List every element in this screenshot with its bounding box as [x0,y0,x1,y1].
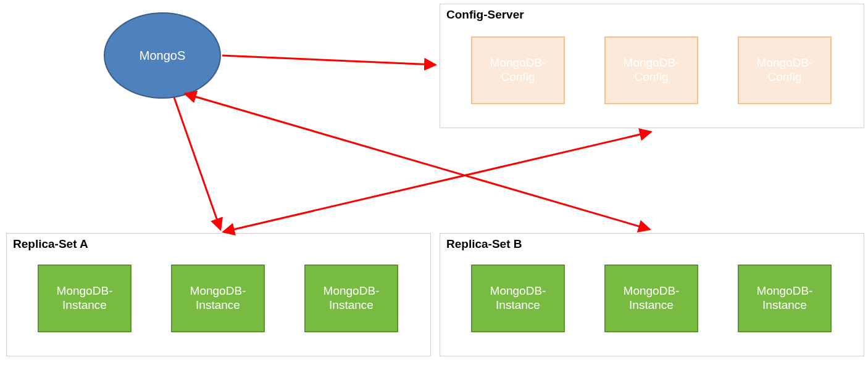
replica-node-label: MongoDB- Instance [57,284,113,313]
config-node-label: MongoDB- Config [757,56,813,84]
arrow-replica-a-to-config [223,132,651,232]
config-node: MongoDB- Config [471,36,565,104]
config-server-container: Config-Server MongoDB- Config MongoDB- C… [440,4,864,128]
replica-node-label: MongoDB- Instance [757,284,813,313]
mongos-router: MongoS [104,12,221,99]
arrow-mongos-to-config [222,55,435,65]
replica-node-label: MongoDB- Instance [624,284,680,313]
replica-set-b-container: Replica-Set B MongoDB- Instance MongoDB-… [440,233,864,356]
arrow-mongos-to-replica-a [174,97,220,229]
config-server-title: Config-Server [446,8,524,22]
replica-a-node: MongoDB- Instance [171,265,265,332]
replica-node-label: MongoDB- Instance [323,284,380,313]
replica-set-b-title: Replica-Set B [446,237,522,251]
replica-b-node: MongoDB- Instance [471,265,565,332]
config-node: MongoDB- Config [604,36,698,104]
mongos-label: MongoS [140,49,186,63]
replica-b-node: MongoDB- Instance [738,265,832,332]
config-node-label: MongoDB- Config [624,56,680,84]
replica-a-node: MongoDB- Instance [38,265,131,332]
config-node: MongoDB- Config [738,36,832,104]
replica-node-label: MongoDB- Instance [490,284,546,313]
replica-b-node: MongoDB- Instance [604,265,698,332]
replica-a-node: MongoDB- Instance [304,265,398,332]
replica-set-a-title: Replica-Set A [13,237,88,251]
replica-set-a-container: Replica-Set A MongoDB- Instance MongoDB-… [6,233,431,356]
config-node-label: MongoDB- Config [490,56,546,84]
replica-node-label: MongoDB- Instance [190,284,246,313]
